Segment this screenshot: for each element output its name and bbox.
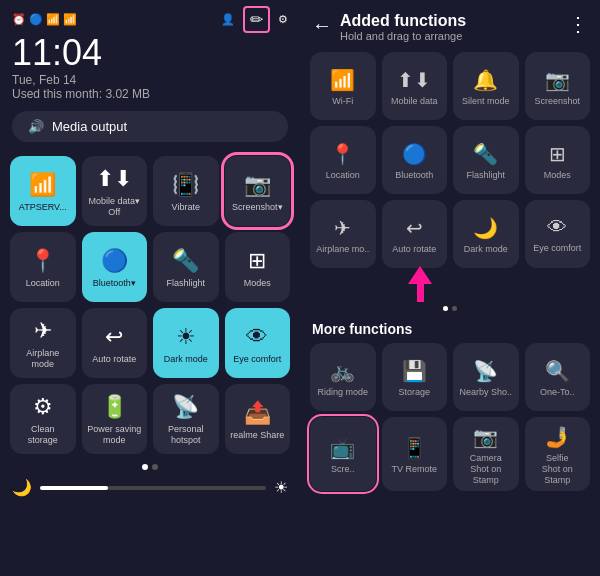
more-tile-screen[interactable]: 📺 Scre..: [310, 417, 376, 491]
modes-label: Modes: [244, 278, 271, 289]
qs-tile-wifi[interactable]: 📶 ATPSERV...: [10, 156, 76, 226]
wifi-tile-label: ATPSERV...: [19, 202, 67, 213]
more-functions-label: More functions: [300, 315, 600, 341]
r-eyecomfort-icon: 👁: [547, 216, 567, 239]
qs-tile-hotspot[interactable]: 📡 Personalhotspot: [153, 384, 219, 454]
r-tile-mobiledata[interactable]: ⬆⬇ Mobile data: [382, 52, 448, 120]
camera-label: CameraShot on Stamp: [457, 453, 515, 485]
qs-tile-modes[interactable]: ⊞ Modes: [225, 232, 291, 302]
ridingmode-icon: 🚲: [330, 359, 355, 383]
avatar-icon[interactable]: 👤: [221, 13, 235, 26]
r-flashlight-icon: 🔦: [473, 142, 498, 166]
qs-tile-eyecomfort[interactable]: 👁 Eye comfort: [225, 308, 291, 378]
r-airplane-label: Airplane mo..: [316, 244, 369, 255]
qs-tile-autorotate[interactable]: ↩ Auto rotate: [82, 308, 148, 378]
arrow-shaft: [417, 284, 424, 302]
r-tile-location[interactable]: 📍 Location: [310, 126, 376, 194]
darkmode-icon: ☀: [176, 324, 196, 350]
r-tile-wifi[interactable]: 📶 Wi-Fi: [310, 52, 376, 120]
status-bar: ⏰ 🔵 📶 📶 👤 ✏ ⚙: [0, 0, 300, 35]
added-functions-grid: 📶 Wi-Fi ⬆⬇ Mobile data 🔔 Silent mode 📷 S…: [300, 48, 600, 272]
r-eyecomfort-label: Eye comfort: [533, 243, 581, 254]
hotspot-label: Personalhotspot: [168, 424, 204, 446]
more-tile-camera[interactable]: 📷 CameraShot on Stamp: [453, 417, 519, 491]
qs-tile-screenshot[interactable]: 📷 Screenshot▾: [225, 156, 291, 226]
right-header: ← Added functions Hold and drag to arran…: [300, 0, 600, 48]
r-tile-eyecomfort[interactable]: 👁 Eye comfort: [525, 200, 591, 268]
tvremote-label: TV Remote: [391, 464, 437, 475]
right-panel: ← Added functions Hold and drag to arran…: [300, 0, 600, 576]
r-dot-1: [443, 306, 448, 311]
r-tile-bluetooth[interactable]: 🔵 Bluetooth: [382, 126, 448, 194]
cleanstorage-icon: ⚙: [33, 394, 53, 420]
r-bluetooth-label: Bluetooth: [395, 170, 433, 181]
qs-tile-airplane[interactable]: ✈ Airplanemode: [10, 308, 76, 378]
usage-text: Used this month: 3.02 MB: [12, 87, 150, 101]
quick-settings-grid: 📶 ATPSERV... ⬆⬇ Mobile data▾Off 📳 Vibrat…: [0, 150, 300, 460]
r-darkmode-label: Dark mode: [464, 244, 508, 255]
onetap-label: One-To..: [540, 387, 575, 398]
more-tile-tvremote[interactable]: 📱 TV Remote: [382, 417, 448, 491]
edit-button[interactable]: ✏: [243, 6, 270, 33]
qs-tile-realmeshare[interactable]: 📤 realme Share: [225, 384, 291, 454]
location-label: Location: [26, 278, 60, 289]
eyecomfort-icon: 👁: [246, 324, 268, 350]
brightness-control[interactable]: 🌙 ☀: [0, 474, 300, 501]
r-tile-flashlight[interactable]: 🔦 Flashlight: [453, 126, 519, 194]
location-icon: 📍: [29, 248, 56, 274]
vibrate-label: Vibrate: [172, 202, 200, 213]
onetap-icon: 🔍: [545, 359, 570, 383]
media-output-button[interactable]: 🔊 Media output: [12, 111, 288, 142]
realmeshare-icon: 📤: [244, 400, 271, 426]
settings-icon[interactable]: ⚙: [278, 13, 288, 26]
r-location-icon: 📍: [330, 142, 355, 166]
r-tile-darkmode[interactable]: 🌙 Dark mode: [453, 200, 519, 268]
media-label: Media output: [52, 119, 127, 134]
more-tile-selfie[interactable]: 🤳 SelfieShot on Stamp: [525, 417, 591, 491]
more-options-button[interactable]: ⋮: [568, 12, 588, 36]
screen-icon: 📺: [330, 436, 355, 460]
storage-icon: 💾: [402, 359, 427, 383]
r-tile-silentmode[interactable]: 🔔 Silent mode: [453, 52, 519, 120]
mobile-data-label: Mobile data▾Off: [88, 196, 140, 218]
more-functions-grid: 🚲 Riding mode 💾 Storage 📡 Nearby Sho.. 🔍…: [300, 341, 600, 493]
more-tile-ridingmode[interactable]: 🚲 Riding mode: [310, 343, 376, 411]
back-button[interactable]: ←: [312, 14, 332, 37]
arrow-container: [300, 272, 600, 302]
r-autorotate-icon: ↩: [406, 216, 423, 240]
qs-tile-cleanstorage[interactable]: ⚙ Cleanstorage: [10, 384, 76, 454]
hotspot-icon: 📡: [172, 394, 199, 420]
brightness-slider[interactable]: [40, 486, 266, 490]
date-text: Tue, Feb 14: [12, 73, 76, 87]
r-mobiledata-label: Mobile data: [391, 96, 438, 107]
r-tile-screenshot[interactable]: 📷 Screenshot: [525, 52, 591, 120]
status-icons: ⏰ 🔵 📶 📶: [12, 13, 77, 26]
qs-tile-location[interactable]: 📍 Location: [10, 232, 76, 302]
r-mobiledata-icon: ⬆⬇: [397, 68, 431, 92]
more-tile-onetap[interactable]: 🔍 One-To..: [525, 343, 591, 411]
wifi-tile-icon: 📶: [29, 172, 56, 198]
dot-2: [152, 464, 158, 470]
r-tile-airplane[interactable]: ✈ Airplane mo..: [310, 200, 376, 268]
more-tile-nearbyshare[interactable]: 📡 Nearby Sho..: [453, 343, 519, 411]
qs-tile-flashlight[interactable]: 🔦 Flashlight: [153, 232, 219, 302]
dot-1: [142, 464, 148, 470]
added-functions-subtitle: Hold and drag to arrange: [340, 30, 466, 42]
r-tile-modes[interactable]: ⊞ Modes: [525, 126, 591, 194]
qs-tile-mobile-data[interactable]: ⬆⬇ Mobile data▾Off: [82, 156, 148, 226]
storage-label: Storage: [398, 387, 430, 398]
qs-tile-bluetooth[interactable]: 🔵 Bluetooth▾: [82, 232, 148, 302]
media-icon: 🔊: [28, 119, 44, 134]
header-left: ← Added functions Hold and drag to arran…: [312, 12, 466, 42]
qs-tile-vibrate[interactable]: 📳 Vibrate: [153, 156, 219, 226]
qs-tile-darkmode[interactable]: ☀ Dark mode: [153, 308, 219, 378]
qs-tile-powersave[interactable]: 🔋 Power savingmode: [82, 384, 148, 454]
more-tile-storage[interactable]: 💾 Storage: [382, 343, 448, 411]
r-tile-autorotate[interactable]: ↩ Auto rotate: [382, 200, 448, 268]
r-wifi-label: Wi-Fi: [332, 96, 353, 107]
nearbyshare-icon: 📡: [473, 359, 498, 383]
signal-icon: 📶: [63, 13, 77, 26]
screenshot-label: Screenshot▾: [232, 202, 283, 213]
r-silentmode-icon: 🔔: [473, 68, 498, 92]
bluetooth-icon: 🔵: [101, 248, 128, 274]
